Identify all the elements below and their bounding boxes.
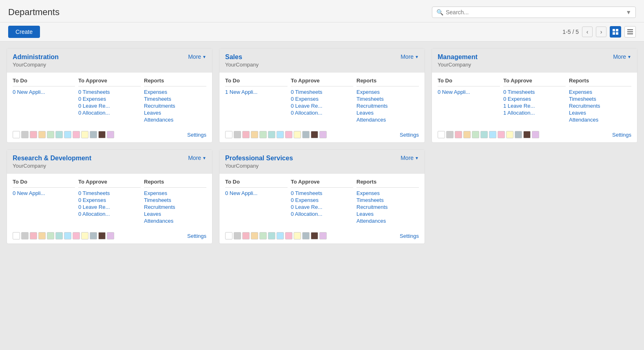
report-item[interactable]: Attendances — [144, 218, 206, 224]
search-bar[interactable]: 🔍 ▼ — [432, 7, 636, 18]
color-swatch[interactable] — [242, 131, 250, 138]
color-swatch[interactable] — [73, 131, 80, 138]
todo-item[interactable]: 0 New Appli... — [225, 190, 288, 196]
approve-item[interactable]: 0 Allocation... — [78, 211, 141, 217]
report-item[interactable]: Expenses — [144, 190, 206, 196]
approve-item[interactable]: 0 Allocation... — [78, 110, 141, 116]
grid-view-button[interactable] — [610, 26, 621, 38]
approve-item[interactable]: 0 Leave Re... — [78, 204, 141, 210]
report-item[interactable]: Expenses — [356, 190, 419, 196]
search-input[interactable] — [446, 9, 626, 16]
approve-item[interactable]: 0 Timesheets — [291, 89, 353, 95]
color-swatch[interactable] — [277, 232, 284, 239]
report-item[interactable]: Timesheets — [144, 197, 206, 203]
report-item[interactable]: Timesheets — [356, 96, 419, 102]
more-button[interactable]: More ▼ — [613, 53, 631, 60]
more-button[interactable]: More ▼ — [188, 155, 206, 161]
card-title[interactable]: Professional Services — [225, 155, 293, 162]
color-swatch[interactable] — [98, 232, 106, 239]
settings-link[interactable]: Settings — [612, 132, 631, 138]
color-swatch[interactable] — [277, 131, 284, 138]
report-item[interactable]: Leaves — [569, 110, 631, 116]
color-swatch[interactable] — [47, 232, 54, 239]
todo-item[interactable]: 1 New Appli... — [225, 89, 288, 95]
color-swatch[interactable] — [523, 131, 531, 138]
todo-item[interactable]: 0 New Appli... — [13, 190, 75, 196]
color-swatch[interactable] — [38, 232, 46, 239]
report-item[interactable]: Timesheets — [569, 96, 631, 102]
color-swatch[interactable] — [463, 131, 471, 138]
list-view-button[interactable] — [624, 26, 636, 38]
report-item[interactable]: Expenses — [569, 89, 631, 95]
card-title[interactable]: Administration — [13, 53, 59, 61]
todo-item[interactable]: 0 New Appli... — [438, 89, 500, 95]
approve-item[interactable]: 0 Timesheets — [291, 190, 353, 196]
color-swatch[interactable] — [294, 131, 301, 138]
color-swatch[interactable] — [446, 131, 454, 138]
color-swatch[interactable] — [268, 131, 275, 138]
color-swatch[interactable] — [81, 131, 89, 138]
report-item[interactable]: Expenses — [356, 89, 419, 95]
more-button[interactable]: More ▼ — [401, 53, 419, 60]
color-swatch[interactable] — [30, 131, 37, 138]
approve-item[interactable]: 0 Allocation... — [291, 211, 353, 217]
search-dropdown-icon[interactable]: ▼ — [626, 9, 631, 16]
color-swatch[interactable] — [81, 232, 89, 239]
color-swatch[interactable] — [498, 131, 505, 138]
color-swatch[interactable] — [302, 131, 310, 138]
prev-page-button[interactable]: ‹ — [582, 27, 593, 37]
color-swatch[interactable] — [234, 232, 241, 239]
approve-item[interactable]: 1 Leave Re... — [503, 103, 566, 109]
next-page-button[interactable]: › — [596, 27, 606, 37]
card-title[interactable]: Management — [438, 53, 478, 61]
color-swatch[interactable] — [90, 232, 97, 239]
report-item[interactable]: Recruitments — [356, 204, 419, 210]
report-item[interactable]: Leaves — [144, 110, 206, 116]
report-item[interactable]: Attendances — [569, 117, 631, 123]
approve-item[interactable]: 0 Timesheets — [503, 89, 566, 95]
color-swatch[interactable] — [438, 131, 445, 138]
color-swatch[interactable] — [242, 232, 250, 239]
report-item[interactable]: Leaves — [356, 211, 419, 217]
report-item[interactable]: Leaves — [144, 211, 206, 217]
color-swatch[interactable] — [489, 131, 496, 138]
approve-item[interactable]: 0 Expenses — [291, 96, 353, 102]
report-item[interactable]: Attendances — [356, 117, 419, 123]
color-swatch[interactable] — [259, 232, 267, 239]
color-swatch[interactable] — [107, 232, 114, 239]
card-title[interactable]: Research & Development — [13, 155, 91, 162]
color-swatch[interactable] — [532, 131, 539, 138]
color-swatch[interactable] — [515, 131, 522, 138]
color-swatch[interactable] — [98, 131, 106, 138]
report-item[interactable]: Recruitments — [569, 103, 631, 109]
report-item[interactable]: Leaves — [356, 110, 419, 116]
report-item[interactable]: Attendances — [144, 117, 206, 123]
more-button[interactable]: More ▼ — [188, 53, 206, 60]
color-swatch[interactable] — [73, 232, 80, 239]
approve-item[interactable]: 0 Timesheets — [78, 89, 141, 95]
approve-item[interactable]: 0 Expenses — [503, 96, 566, 102]
color-swatch[interactable] — [107, 131, 114, 138]
color-swatch[interactable] — [225, 131, 232, 138]
approve-item[interactable]: 0 Leave Re... — [291, 103, 353, 109]
color-swatch[interactable] — [285, 131, 292, 138]
color-swatch[interactable] — [38, 131, 46, 138]
color-swatch[interactable] — [259, 131, 267, 138]
color-swatch[interactable] — [311, 232, 318, 239]
color-swatch[interactable] — [234, 131, 241, 138]
report-item[interactable]: Expenses — [144, 89, 206, 95]
more-button[interactable]: More ▼ — [401, 155, 419, 161]
report-item[interactable]: Timesheets — [356, 197, 419, 203]
color-swatch[interactable] — [13, 232, 20, 239]
card-title[interactable]: Sales — [225, 53, 259, 61]
color-swatch[interactable] — [64, 131, 71, 138]
approve-item[interactable]: 0 Expenses — [291, 197, 353, 203]
color-swatch[interactable] — [311, 131, 318, 138]
approve-item[interactable]: 0 Expenses — [78, 197, 141, 203]
color-swatch[interactable] — [251, 131, 258, 138]
color-swatch[interactable] — [13, 131, 20, 138]
todo-item[interactable]: 0 New Appli... — [13, 89, 75, 95]
settings-link[interactable]: Settings — [187, 233, 206, 239]
color-swatch[interactable] — [285, 232, 292, 239]
create-button[interactable]: Create — [8, 26, 40, 38]
